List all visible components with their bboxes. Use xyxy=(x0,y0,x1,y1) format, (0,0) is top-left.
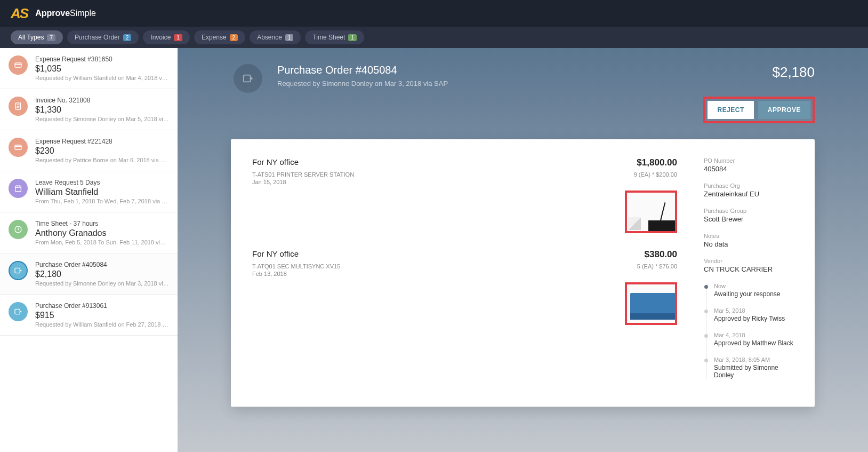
list-item[interactable]: Purchase Order #913061$915Requested by W… xyxy=(0,295,178,336)
line-image-highlight xyxy=(625,282,677,325)
item-title: Time Sheet - 37 hours xyxy=(35,220,169,227)
line-price: $1,800.00 xyxy=(637,157,677,168)
filter-label: Invoice xyxy=(150,34,171,41)
meta-value: CN TRUCK CARRIER xyxy=(704,265,800,273)
list-item[interactable]: Invoice No. 321808$1,330Requested by Sim… xyxy=(0,89,178,130)
timeline-date: Mar 3, 2018, 8:05 AM xyxy=(714,356,800,363)
filter-invoice[interactable]: Invoice1 xyxy=(143,30,190,44)
timeline-text: Approved by Matthew Black xyxy=(714,339,800,347)
item-amount: William Stanfield xyxy=(35,187,169,197)
item-meta: Requested by Simonne Donley on Mar 5, 20… xyxy=(35,116,169,122)
filter-label: Absence xyxy=(257,34,282,41)
line-description: T-ATQ01 SEC MULTISYNC XV15 xyxy=(252,263,340,269)
in-icon xyxy=(9,261,28,280)
item-meta: Requested by William Stanfield on Mar 4,… xyxy=(35,75,169,81)
filter-label: All Types xyxy=(18,34,44,41)
brand-mark-icon: AS xyxy=(11,5,28,22)
detail-sidebar: PO Number405084Purchase OrgZentraleinkau… xyxy=(698,139,815,407)
filter-label: Time Sheet xyxy=(312,34,345,41)
detail-header: Purchase Order #405084 Requested by Simo… xyxy=(231,64,815,123)
line-title: For NY office xyxy=(252,157,299,166)
svg-rect-5 xyxy=(15,268,20,273)
item-amount: $230 xyxy=(35,146,169,156)
item-meta: From Thu, Feb 1, 2018 To Wed, Feb 7, 201… xyxy=(35,198,169,204)
line-date: Feb 13, 2018 xyxy=(252,271,677,277)
brand: AS ApproveSimple xyxy=(11,5,96,22)
meta-label: Purchase Org xyxy=(704,183,800,189)
item-title: Expense Request #221428 xyxy=(35,138,169,145)
timeline-date: Now xyxy=(714,283,800,289)
item-title: Purchase Order #913061 xyxy=(35,302,169,310)
item-title: Purchase Order #405084 xyxy=(35,261,169,268)
meta-block: NotesNo data xyxy=(704,233,800,248)
line-description: T-ATS01 PRINTER SERVER STATION xyxy=(252,171,354,178)
detail-subtitle: Requested by Simonne Donley on Mar 3, 20… xyxy=(277,80,688,88)
item-meta: Requested by Simonne Donley on Mar 3, 20… xyxy=(35,280,169,287)
meta-value: No data xyxy=(704,240,800,248)
detail-amount: $2,180 xyxy=(703,64,815,81)
filter-label: Expense xyxy=(202,34,227,41)
line-item: For NY office$380.00T-ATQ01 SEC MULTISYN… xyxy=(252,249,677,325)
timeline-item: Mar 5, 2018Approved by Ricky Twiss xyxy=(714,307,800,322)
detail-card: For NY office$1,800.00T-ATS01 PRINTER SE… xyxy=(231,139,815,407)
filter-count-badge: 1 xyxy=(348,34,357,41)
item-amount: $1,330 xyxy=(35,105,169,115)
line-price: $380.00 xyxy=(645,249,677,260)
timeline-item: Mar 3, 2018, 8:05 AMSubmitted by Simonne… xyxy=(714,356,800,379)
meta-value: 405084 xyxy=(704,165,800,173)
list-item[interactable]: Time Sheet - 37 hoursAnthony GranadosFro… xyxy=(0,212,178,253)
meta-value: Zentraleinkauf EU xyxy=(704,190,800,198)
timeline-text: Submitted by Simonne Donley xyxy=(714,364,800,379)
meta-block: PO Number405084 xyxy=(704,157,800,173)
filter-label: Purchase Order xyxy=(75,34,120,41)
item-meta: From Mon, Feb 5, 2018 To Sun, Feb 11, 20… xyxy=(35,239,169,245)
meta-block: Purchase GroupScott Brewer xyxy=(704,208,800,223)
filter-count-badge: 1 xyxy=(174,34,182,41)
meta-value: Scott Brewer xyxy=(704,215,800,223)
filter-count-badge: 2 xyxy=(123,34,132,41)
item-amount: $1,035 xyxy=(35,64,169,74)
filter-absence[interactable]: Absence1 xyxy=(250,30,301,44)
meta-label: PO Number xyxy=(704,157,800,164)
action-buttons-highlight: REJECT APPROVE xyxy=(703,97,815,123)
line-title: For NY office xyxy=(252,249,299,258)
filter-time-sheet[interactable]: Time Sheet1 xyxy=(305,30,364,44)
line-image-highlight xyxy=(625,191,677,233)
timeline-item: Mar 4, 2018Approved by Matthew Black xyxy=(714,332,800,347)
filter-expense[interactable]: Expense2 xyxy=(194,30,245,44)
card-icon xyxy=(9,138,28,157)
doc-icon xyxy=(9,97,28,116)
timeline-item: NowAwaiting your response xyxy=(714,283,800,298)
filter-count-badge: 1 xyxy=(285,34,294,41)
svg-rect-0 xyxy=(15,63,21,67)
list-item[interactable]: Expense Request #221428$230Requested by … xyxy=(0,130,178,171)
meta-label: Vendor xyxy=(704,258,800,264)
svg-rect-3 xyxy=(15,186,21,192)
approve-button[interactable]: APPROVE xyxy=(758,101,810,119)
line-quantity: 9 (EA) * $200.00 xyxy=(634,171,677,178)
reject-button[interactable]: REJECT xyxy=(708,101,753,119)
filter-all-types[interactable]: All Types7 xyxy=(11,30,63,44)
filter-bar: All Types7Purchase Order2Invoice1Expense… xyxy=(0,27,868,48)
list-item[interactable]: Leave Request 5 DaysWilliam StanfieldFro… xyxy=(0,171,178,212)
svg-rect-6 xyxy=(15,309,20,314)
item-title: Invoice No. 321808 xyxy=(35,97,169,104)
list-item[interactable]: Purchase Order #405084$2,180Requested by… xyxy=(0,253,178,295)
line-quantity: 5 (EA) * $76.00 xyxy=(637,263,677,269)
line-item: For NY office$1,800.00T-ATS01 PRINTER SE… xyxy=(252,157,677,233)
workspace: Expense Request #381650$1,035Requested b… xyxy=(0,48,868,452)
list-item[interactable]: Expense Request #381650$1,035Requested b… xyxy=(0,48,178,89)
svg-rect-7 xyxy=(244,75,251,82)
approval-timeline: NowAwaiting your responseMar 5, 2018Appr… xyxy=(706,283,800,379)
item-meta: Requested by Patrice Borne on Mar 6, 201… xyxy=(35,157,169,163)
filter-count-badge: 7 xyxy=(47,34,55,41)
detail-panel: Purchase Order #405084 Requested by Simo… xyxy=(178,48,868,452)
item-amount: $915 xyxy=(35,311,169,320)
in-icon xyxy=(9,302,28,321)
clock-icon xyxy=(9,220,28,239)
cal-icon xyxy=(9,179,28,198)
line-date: Jan 15, 2018 xyxy=(252,179,677,185)
item-title: Expense Request #381650 xyxy=(35,55,169,63)
filter-purchase-order[interactable]: Purchase Order2 xyxy=(67,30,139,44)
detail-type-icon xyxy=(234,64,262,93)
